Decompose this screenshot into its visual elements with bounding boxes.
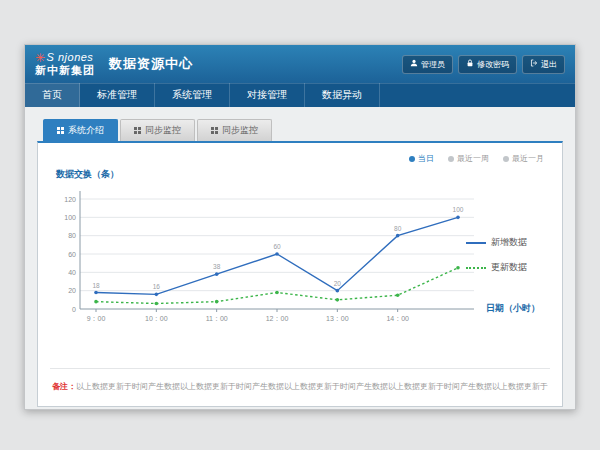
svg-text:10：00: 10：00 (145, 315, 168, 322)
svg-text:80: 80 (68, 232, 76, 239)
period-filter-label: 当日 (418, 153, 434, 164)
change-password-label: 修改密码 (477, 59, 509, 70)
tab-label: 系统介绍 (68, 124, 104, 137)
legend-item-new-data[interactable]: 新增数据 (466, 236, 548, 249)
tab-label: 同步监控 (222, 124, 258, 137)
header-actions: 管理员 修改密码 退出 (402, 55, 565, 74)
period-filter-label: 最近一月 (512, 153, 544, 164)
legend-label: 更新数据 (491, 261, 527, 274)
user-icon (410, 59, 418, 69)
period-filter-group: 当日 最近一周 最近一月 (50, 153, 544, 164)
footnote-prefix: 备注： (52, 382, 76, 391)
svg-text:9：00: 9：00 (87, 315, 106, 322)
admin-user-button[interactable]: 管理员 (402, 55, 453, 74)
svg-text:60: 60 (68, 251, 76, 258)
brand-name: S njones (47, 52, 94, 64)
tab-sync-monitor-2[interactable]: 同步监控 (197, 119, 272, 141)
brand-logo-text: ✳S njones (35, 52, 95, 65)
x-axis-title: 日期（小时） (486, 302, 540, 315)
grid-icon (211, 127, 218, 134)
svg-text:16: 16 (153, 283, 161, 290)
app-header: ✳S njones 新中新集团 数据资源中心 管理员 修改密码 (25, 45, 575, 83)
logout-button[interactable]: 退出 (522, 55, 565, 74)
logout-icon (530, 59, 538, 69)
svg-text:12：00: 12：00 (266, 315, 289, 322)
svg-text:100: 100 (453, 206, 464, 213)
y-axis-title: 数据交换（条） (56, 168, 550, 181)
svg-text:40: 40 (68, 269, 76, 276)
tab-bar: 系统介绍 同步监控 同步监控 (43, 119, 563, 141)
app-window: ✳S njones 新中新集团 数据资源中心 管理员 修改密码 (24, 44, 576, 410)
tab-label: 同步监控 (145, 124, 181, 137)
period-filter-today[interactable]: 当日 (409, 153, 434, 164)
content-area: 系统介绍 同步监控 同步监控 当日 (25, 107, 575, 409)
nav-item-connect-mgmt[interactable]: 对接管理 (230, 83, 305, 107)
brand-cn-name: 新中新集团 (35, 65, 95, 77)
svg-text:20: 20 (68, 287, 76, 294)
svg-text:18: 18 (92, 282, 100, 289)
radio-dot-icon (448, 156, 454, 162)
svg-text:38: 38 (213, 263, 221, 270)
lock-icon (466, 59, 474, 69)
chart-panel: 当日 最近一周 最近一月 数据交换（条） 0204060801001209：00… (37, 141, 563, 407)
logout-label: 退出 (541, 59, 557, 70)
radio-dot-icon (409, 156, 415, 162)
nav-item-home[interactable]: 首页 (25, 83, 80, 107)
brand-star-icon: ✳ (35, 52, 46, 65)
chart-region: 数据交换（条） 0204060801001209：0010：0011：0012：… (50, 168, 550, 335)
admin-user-label: 管理员 (421, 59, 445, 70)
nav-item-system-mgmt[interactable]: 系统管理 (155, 83, 230, 107)
change-password-button[interactable]: 修改密码 (458, 55, 517, 74)
green-dotted-line-icon (466, 267, 486, 269)
blue-line-icon (466, 242, 486, 244)
svg-text:13：00: 13：00 (326, 315, 349, 322)
grid-icon (57, 127, 64, 134)
page-title: 数据资源中心 (109, 55, 193, 73)
svg-text:100: 100 (64, 214, 76, 221)
legend-label: 新增数据 (491, 236, 527, 249)
main-nav: 首页 标准管理 系统管理 对接管理 数据异动 (25, 83, 575, 107)
tab-sync-monitor-1[interactable]: 同步监控 (120, 119, 195, 141)
legend-item-updated-data[interactable]: 更新数据 (466, 261, 548, 274)
svg-text:14：00: 14：00 (386, 315, 409, 322)
footnote-text: 以上数据更新于时间产生数据以上数据更新于时间产生数据以上数据更新于时间产生数据以… (76, 382, 548, 391)
svg-text:120: 120 (64, 196, 76, 203)
footnote: 备注：以上数据更新于时间产生数据以上数据更新于时间产生数据以上数据更新于时间产生… (50, 368, 550, 396)
svg-text:60: 60 (273, 243, 281, 250)
nav-item-standard-mgmt[interactable]: 标准管理 (80, 83, 155, 107)
radio-dot-icon (503, 156, 509, 162)
nav-item-data-change[interactable]: 数据异动 (305, 83, 380, 107)
grid-icon (134, 127, 141, 134)
period-filter-label: 最近一周 (457, 153, 489, 164)
svg-text:20: 20 (334, 280, 342, 287)
period-filter-last-month[interactable]: 最近一月 (503, 153, 544, 164)
brand-logo: ✳S njones 新中新集团 (35, 52, 95, 76)
chart-legend: 新增数据 更新数据 (466, 236, 548, 286)
svg-text:0: 0 (72, 306, 76, 313)
tab-system-intro[interactable]: 系统介绍 (43, 119, 118, 141)
desktop-background: ✳S njones 新中新集团 数据资源中心 管理员 修改密码 (0, 0, 600, 450)
period-filter-last-week[interactable]: 最近一周 (448, 153, 489, 164)
line-chart: 0204060801001209：0010：0011：0012：0013：001… (50, 183, 480, 335)
svg-text:80: 80 (394, 225, 402, 232)
svg-text:11：00: 11：00 (206, 315, 228, 322)
